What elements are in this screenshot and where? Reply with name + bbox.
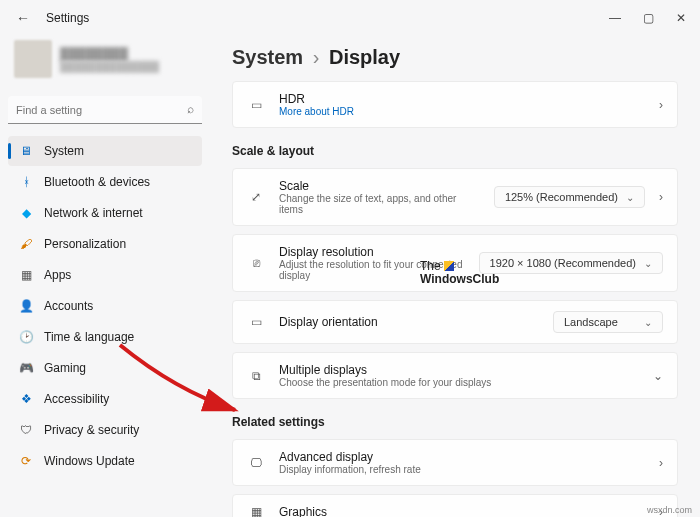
chevron-down-icon: ⌄ [644, 258, 652, 269]
nav-icon: 🖌 [18, 237, 34, 251]
sidebar-item-accessibility[interactable]: ❖Accessibility [8, 384, 202, 414]
advanced-sub: Display information, refresh rate [279, 464, 645, 475]
maximize-button[interactable]: ▢ [643, 11, 654, 25]
content-area: System › Display ▭ HDR More about HDR › … [210, 36, 700, 517]
orientation-value: Landscape [564, 316, 618, 328]
nav-label: Bluetooth & devices [44, 175, 150, 189]
resolution-sub: Adjust the resolution to fit your connec… [279, 259, 465, 281]
titlebar: ← Settings ― ▢ ✕ [0, 0, 700, 36]
sidebar: ████████ ██████████████ ⌕ 🖥SystemᚼBlueto… [0, 36, 210, 517]
profile-name: ████████ [60, 47, 159, 61]
search-icon: ⌕ [187, 102, 194, 116]
sidebar-item-gaming[interactable]: 🎮Gaming [8, 353, 202, 383]
hdr-title: HDR [279, 92, 645, 106]
scale-card[interactable]: ⤢ Scale Change the size of text, apps, a… [232, 168, 678, 226]
resolution-icon: ⎚ [247, 256, 265, 270]
scale-icon: ⤢ [247, 190, 265, 204]
close-button[interactable]: ✕ [676, 11, 686, 25]
nav-icon: ᚼ [18, 175, 34, 189]
minimize-button[interactable]: ― [609, 11, 621, 25]
section-related: Related settings [232, 415, 678, 429]
avatar [14, 40, 52, 78]
chevron-right-icon: › [659, 98, 663, 112]
nav-label: Personalization [44, 237, 126, 251]
sidebar-item-privacy-security[interactable]: 🛡Privacy & security [8, 415, 202, 445]
nav-label: Time & language [44, 330, 134, 344]
profile-email: ██████████████ [60, 61, 159, 72]
orientation-select[interactable]: Landscape ⌄ [553, 311, 663, 333]
multiple-title: Multiple displays [279, 363, 639, 377]
resolution-title: Display resolution [279, 245, 465, 259]
nav-label: Privacy & security [44, 423, 139, 437]
chevron-down-icon: ⌄ [626, 192, 634, 203]
chevron-right-icon: › [659, 190, 663, 204]
resolution-value: 1920 × 1080 (Recommended) [490, 257, 636, 269]
graphics-title: Graphics [279, 505, 645, 517]
graphics-icon: ▦ [247, 505, 265, 517]
nav-icon: 🕑 [18, 330, 34, 344]
orientation-card[interactable]: ▭ Display orientation Landscape ⌄ [232, 300, 678, 344]
nav-icon: 👤 [18, 299, 34, 313]
nav-icon: ▦ [18, 268, 34, 282]
sidebar-item-accounts[interactable]: 👤Accounts [8, 291, 202, 321]
chevron-down-icon: ⌄ [644, 317, 652, 328]
nav-list: 🖥SystemᚼBluetooth & devices◆Network & in… [8, 136, 202, 476]
footer-credit: wsxdn.com [647, 505, 692, 515]
sidebar-item-windows-update[interactable]: ⟳Windows Update [8, 446, 202, 476]
breadcrumb: System › Display [232, 46, 678, 69]
nav-label: Windows Update [44, 454, 135, 468]
nav-icon: 🎮 [18, 361, 34, 375]
nav-label: Apps [44, 268, 71, 282]
multiple-displays-icon: ⧉ [247, 369, 265, 383]
orientation-title: Display orientation [279, 315, 539, 329]
scale-select[interactable]: 125% (Recommended) ⌄ [494, 186, 645, 208]
back-button[interactable]: ← [16, 10, 30, 26]
hdr-card[interactable]: ▭ HDR More about HDR › [232, 81, 678, 128]
resolution-select[interactable]: 1920 × 1080 (Recommended) ⌄ [479, 252, 663, 274]
nav-icon: 🛡 [18, 423, 34, 437]
monitor-icon: 🖵 [247, 456, 265, 470]
chevron-right-icon: › [659, 456, 663, 470]
search-input[interactable] [8, 96, 202, 124]
sidebar-item-personalization[interactable]: 🖌Personalization [8, 229, 202, 259]
advanced-display-card[interactable]: 🖵 Advanced display Display information, … [232, 439, 678, 486]
nav-label: Gaming [44, 361, 86, 375]
sidebar-item-system[interactable]: 🖥System [8, 136, 202, 166]
sidebar-item-bluetooth-devices[interactable]: ᚼBluetooth & devices [8, 167, 202, 197]
nav-icon: 🖥 [18, 144, 34, 158]
sidebar-item-apps[interactable]: ▦Apps [8, 260, 202, 290]
profile-block[interactable]: ████████ ██████████████ [8, 36, 202, 86]
graphics-card[interactable]: ▦ Graphics › [232, 494, 678, 517]
nav-icon: ⟳ [18, 454, 34, 468]
orientation-icon: ▭ [247, 315, 265, 329]
breadcrumb-root[interactable]: System [232, 46, 303, 68]
hdr-icon: ▭ [247, 98, 265, 112]
advanced-title: Advanced display [279, 450, 645, 464]
multiple-sub: Choose the presentation mode for your di… [279, 377, 639, 388]
scale-title: Scale [279, 179, 480, 193]
nav-icon: ◆ [18, 206, 34, 220]
multiple-displays-card[interactable]: ⧉ Multiple displays Choose the presentat… [232, 352, 678, 399]
search-box[interactable]: ⌕ [8, 96, 202, 124]
sidebar-item-time-language[interactable]: 🕑Time & language [8, 322, 202, 352]
hdr-link[interactable]: More about HDR [279, 106, 645, 117]
chevron-right-icon: › [313, 46, 320, 68]
nav-label: Accessibility [44, 392, 109, 406]
nav-label: System [44, 144, 84, 158]
sidebar-item-network-internet[interactable]: ◆Network & internet [8, 198, 202, 228]
chevron-down-icon: ⌄ [653, 369, 663, 383]
nav-label: Network & internet [44, 206, 143, 220]
breadcrumb-current: Display [329, 46, 400, 68]
window-title: Settings [46, 11, 89, 25]
nav-icon: ❖ [18, 392, 34, 406]
section-scale-layout: Scale & layout [232, 144, 678, 158]
scale-sub: Change the size of text, apps, and other… [279, 193, 480, 215]
scale-value: 125% (Recommended) [505, 191, 618, 203]
resolution-card[interactable]: ⎚ Display resolution Adjust the resoluti… [232, 234, 678, 292]
nav-label: Accounts [44, 299, 93, 313]
